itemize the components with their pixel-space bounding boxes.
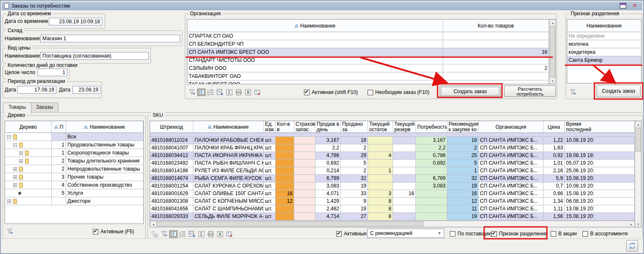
recommend-dropdown[interactable]: С рекомендацией ▼ (367, 229, 444, 238)
column-header[interactable]: Времяпоследней (565, 121, 635, 133)
table-row[interactable]: СЭЛЬВИН ООО2 (187, 64, 549, 72)
filter-icon[interactable] (6, 228, 14, 235)
sku-horizontal-scrollbar[interactable]: ◄ ► (150, 221, 635, 227)
table-row[interactable]: 4810168014674РЫБА СЕМГА ФИЛЕ-КУСОК СЛ/С … (150, 175, 635, 182)
create-order-button-razdel[interactable]: Создать заказ (597, 85, 641, 97)
column-header[interactable]: Текущийрезерв (393, 121, 416, 133)
column-header[interactable]: П (52, 121, 66, 133)
need-order-checkbox[interactable] (368, 90, 373, 95)
expand-icon[interactable]: + (19, 151, 23, 155)
maximize-icon[interactable] (620, 3, 626, 8)
tree-row[interactable]: +2Товары длительного хранения (5, 157, 143, 165)
print-icon[interactable] (234, 88, 243, 96)
table-row[interactable]: СП САНТА ИМПЭКС БРЕСТ ООО16 (187, 48, 549, 56)
column-header[interactable]: Потребность (416, 121, 447, 133)
days-input[interactable]: 1 (38, 69, 67, 76)
table-row[interactable]: Санта Бремор (567, 56, 641, 64)
table-row[interactable]: СП БЕЛКОНДИТЕР ЧП (187, 40, 549, 48)
by-supplier-checkbox-wrap[interactable]: По поставщику (450, 229, 493, 238)
organization-scrollbar[interactable]: ▲ ▼ (549, 19, 555, 84)
table-row[interactable]: СТАНДАРТ ЧИСТОТЫ ООО (187, 56, 549, 64)
expand-icon[interactable]: + (13, 183, 17, 187)
need-order-checkbox-wrap[interactable]: Необходим заказ (F10) (368, 88, 429, 97)
sku-active-checkbox-wrap[interactable]: Активные (336, 229, 367, 238)
table-row[interactable]: 4810168001629САЛАТ ОЛИВЬЕ 150Г САНТА БРЕ… (150, 190, 635, 198)
table-row[interactable]: СПАРТАК СП ОАО (187, 32, 549, 40)
table-row[interactable]: 4810168041656САЛАТ С ШАМПИНЬОНАМИ 250Г .… (150, 205, 635, 213)
sku-vertical-scrollbar[interactable]: ▲ ▼ (635, 121, 641, 227)
razdelenie-checkbox[interactable] (491, 231, 497, 237)
tree-row[interactable]: +3Прочие товары (5, 173, 143, 181)
assortment-checkbox[interactable] (583, 231, 588, 237)
expand-icon[interactable]: + (19, 159, 23, 163)
excel-icon[interactable]: X (244, 88, 252, 96)
column-header[interactable]: Штрихкод (150, 121, 193, 133)
tree-active-checkbox-wrap[interactable]: Активные (F5) (93, 227, 134, 236)
column-header[interactable]: Проданоза (341, 121, 368, 133)
numbered-list-icon[interactable]: 123 (178, 230, 187, 238)
expand-icon[interactable]: + (13, 175, 17, 179)
scroll-down-arrow[interactable]: ▼ (549, 77, 555, 84)
table-row[interactable]: Не определено (567, 32, 641, 40)
column-header[interactable]: Наименование (567, 19, 641, 32)
scroll-thumb[interactable] (636, 128, 641, 152)
razdelenie-checkbox-wrap[interactable]: Признак разделения (491, 229, 548, 238)
tree-row[interactable]: −Все (5, 133, 143, 141)
tree-row[interactable]: +4Собственное производство (5, 181, 143, 189)
column-header[interactable]: Страховозапас (294, 121, 315, 133)
warehouse-input[interactable]: Магазин 1 (40, 35, 180, 42)
by-supplier-checkbox[interactable] (450, 231, 455, 237)
table-row[interactable]: 4810168000123МАСЛО ИКОРНО-СЕЛЬДЕВОЕ СМ..… (150, 133, 635, 137)
numbered-list-icon[interactable]: 123 (206, 88, 215, 96)
column-header[interactable]: Наименование (193, 121, 264, 133)
table-row[interactable]: молочка (567, 40, 641, 48)
table-row[interactable]: 4810168034412ПАСТА ИКОРНАЯ ИКРИНКА ПОДК … (150, 152, 635, 160)
calculator-icon[interactable] (188, 230, 196, 238)
table-row[interactable]: 4810168014186РУЛЕТ ИЗ ФИЛЕ СЕЛЬДИ АССОРТ… (150, 167, 635, 175)
expand-icon[interactable]: + (7, 199, 11, 203)
tree-row[interactable]: −1Продовольственные товары (5, 141, 143, 149)
table-delete-icon[interactable] (225, 230, 234, 238)
column-header[interactable]: Цена (544, 121, 565, 133)
tree-row[interactable]: +Джестори (5, 197, 143, 205)
scroll-right-arrow[interactable]: ► (628, 221, 635, 227)
column-header[interactable]: Ед.изм. (264, 121, 276, 133)
active-checkbox-wrap[interactable]: Активная (shift F10) (304, 88, 358, 97)
excel-icon[interactable]: X (216, 230, 224, 238)
filter-icon[interactable] (569, 88, 577, 96)
date-from-input[interactable]: 17.08.19 (17, 86, 56, 94)
scroll-up-arrow[interactable]: ▲ (635, 121, 641, 127)
column-header[interactable]: Наименование (187, 19, 443, 32)
table-row[interactable]: 4810168029333СЕЛЬДЬ ФИЛЕ МОРЯЧОК А-ЛЯ Л.… (150, 213, 635, 221)
datetime-input[interactable]: 23.08.19 10:09:18 (49, 18, 102, 25)
collapse-icon[interactable]: − (13, 143, 17, 147)
scroll-left-arrow[interactable]: ◄ (150, 221, 156, 227)
promo-checkbox-wrap[interactable]: В акции (551, 229, 577, 238)
column-header[interactable]: Продаж вдень (315, 121, 341, 133)
structure-icon[interactable] (151, 230, 159, 238)
column-header[interactable]: Наименование (66, 121, 143, 133)
column-header[interactable]: Кол-во товаров (443, 19, 549, 32)
filter-icon[interactable] (188, 88, 196, 96)
table-row[interactable]: 4810168001308САЛАТ С КОПЧЕНЫМ МЯСОМ 250.… (150, 198, 635, 205)
sum-icon[interactable]: Σ (225, 88, 234, 96)
scroll-thumb[interactable] (550, 26, 555, 77)
calculate-need-button[interactable]: Рассчитать потребность (504, 86, 556, 97)
close-icon[interactable]: ✕ (632, 3, 637, 8)
table-row[interactable]: ТАБАКВИНТОРГ ОАО (187, 72, 549, 80)
table-row[interactable]: ТАБАК-ИНВЕСТ ООО (187, 80, 549, 84)
sum-icon[interactable]: Σ (197, 230, 206, 238)
price-type-input[interactable]: Поставщика (согласованная) (40, 52, 149, 60)
column-header[interactable]: Рекомендуемк закупке ко (447, 121, 479, 133)
column-header[interactable]: Дерево (5, 121, 52, 133)
calculator-icon[interactable] (216, 88, 224, 96)
refresh-button[interactable] (626, 240, 638, 251)
column-header[interactable]: Кол-вв (276, 121, 294, 133)
column-header[interactable]: Организация (479, 121, 544, 133)
tree-row[interactable]: +1Скоропортящиеся товары (5, 149, 143, 157)
table-row[interactable]: 4810168023492ПАСТА РЫБН.ФИШЛАНЧ С КУС.СЕ… (150, 160, 635, 167)
columns-icon[interactable] (169, 230, 178, 238)
scroll-up-arrow[interactable]: ▲ (549, 19, 555, 26)
scroll-down-arrow[interactable]: ▼ (635, 221, 641, 227)
table-row[interactable]: 4810168041007ПАЛОЧКИ КРАБ.ФРАНЦ.КРАБ ПАС… (150, 144, 635, 152)
